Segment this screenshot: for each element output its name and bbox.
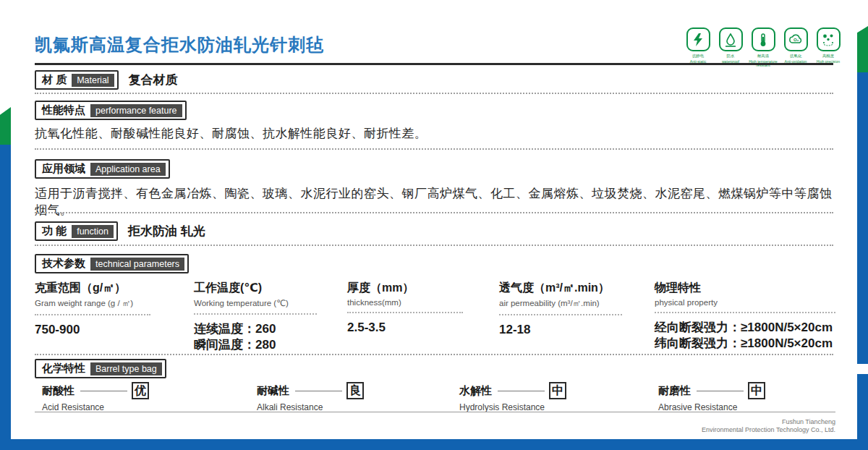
param-gram-weight: 克重范围（g/㎡） Gram weight range (g / ㎡) 750-… [35, 281, 169, 338]
section-divider-dotted [35, 93, 833, 94]
performance-text: 抗氧化性能、耐酸碱性能良好、耐腐蚀、抗水解性能良好、耐折性差。 [35, 125, 838, 142]
anti-oxidation-icon: O₂ [784, 27, 808, 51]
chem-connector-line [697, 391, 744, 391]
application-section: 应用领域 Application area [35, 159, 170, 179]
param-thickness: 厚度（mm） thickness(mm) 2.5-3.5 [347, 281, 474, 336]
material-header: 材 质 Material [35, 70, 119, 90]
param-en: thickness(mm) [347, 298, 474, 307]
feature-anti-static: 抗静电 Anti-static [686, 27, 710, 68]
section-divider-dotted [35, 212, 833, 213]
section-divider-dotted [35, 245, 833, 246]
param-value-line: 纬向断裂强力：≥1800N/5×20cm [655, 336, 846, 352]
param-dotted-rule [655, 312, 835, 313]
param-value-line: 瞬间温度：280 [194, 337, 331, 353]
param-zh: 透气度（m³/㎡.min） [499, 281, 640, 296]
chemical-section: 化学特性 Barrel type bag [35, 359, 166, 378]
material-header-zh: 材 质 [42, 73, 67, 87]
param-working-temperature: 工作温度(℃) Working temperature (℃) 连续温度：260… [194, 281, 331, 353]
function-value: 拒水防油 轧光 [128, 223, 205, 239]
left-edge-green-band [0, 107, 11, 146]
param-value-line: 经向断裂强力：≥1800N/5×20cm [655, 320, 846, 336]
chem-label-en: Alkali Resistance [257, 402, 364, 412]
param-en: Gram weight range (g / ㎡) [35, 298, 169, 309]
param-value: 2.5-3.5 [347, 320, 386, 334]
param-value: 750-900 [35, 323, 80, 336]
param-value-line: 连续温度：260 [194, 321, 331, 337]
param-dotted-rule [347, 312, 463, 313]
chem-alkali-resistance: 耐碱性 良 Alkali Resistance [257, 382, 364, 412]
footer-company-line2: Environmental Protection Technology Co.,… [702, 426, 835, 434]
section-divider-dotted [35, 148, 833, 150]
icon-label-zh: 耐高温 [757, 53, 769, 59]
feature-waterproof: 防水 waterproof [718, 27, 743, 68]
performance-header-zh: 性能特点 [42, 103, 85, 117]
chemical-header: 化学特性 Barrel type bag [35, 359, 166, 378]
right-edge-green-band [857, 26, 868, 74]
material-section: 材 质 Material 复合材质 [35, 70, 178, 90]
chem-connector-line [498, 391, 545, 391]
application-header-zh: 应用领域 [42, 162, 85, 176]
function-header: 功 能 function [35, 221, 118, 241]
chem-label-en: Abrasive Resistance [658, 402, 765, 412]
anti-static-icon [686, 27, 710, 51]
chem-grade-box: 中 [549, 382, 566, 399]
param-physical-property: 物理特性 physical property 经向断裂强力：≥1800N/5×2… [655, 281, 846, 352]
page-title: 凯氟斯高温复合拒水防油轧光针刺毡 [35, 33, 541, 56]
param-dotted-rule [194, 313, 317, 315]
footer-divider [35, 412, 835, 412]
technical-header: 技术参数 technical parameters [35, 254, 189, 273]
chem-grade-box: 良 [346, 382, 364, 399]
feature-anti-oxidation: O₂ 抗氧化 Anti-oxidation [783, 27, 808, 68]
chem-acid-resistance: 耐酸性 优 Acid Resistance [42, 382, 149, 412]
right-edge-blue-band-lower [857, 374, 868, 443]
function-header-zh: 功 能 [42, 224, 67, 238]
application-header-en: Application area [90, 163, 166, 176]
chem-connector-line [80, 391, 127, 391]
section-divider-dotted [35, 354, 833, 355]
feature-high-temperature: 耐高温 High temperature resistant [751, 27, 775, 68]
param-zh: 厚度（mm） [347, 281, 474, 296]
chem-grade-box: 中 [748, 382, 765, 399]
technical-header-zh: 技术参数 [42, 257, 85, 271]
function-header-en: function [72, 225, 114, 238]
performance-section: 性能特点 performance feature [35, 101, 187, 120]
chem-label-zh: 耐磨性 [658, 384, 691, 398]
chemical-header-zh: 化学特性 [42, 362, 85, 375]
chemical-header-en: Barrel type bag [90, 362, 162, 375]
chem-connector-line [295, 391, 342, 391]
high-precision-icon [817, 27, 841, 51]
application-text: 适用于沥青搅拌、有色金属冶炼、陶瓷、玻璃、水泥行业的窑头、钢厂高炉煤气、化工、金… [35, 185, 838, 218]
param-en: physical property [655, 298, 846, 307]
chem-abrasive-resistance: 耐磨性 中 Abrasive Resistance [658, 382, 765, 412]
chem-grade-box: 优 [132, 382, 149, 399]
param-dotted-rule [499, 314, 622, 315]
icon-label-zh: 防水 [727, 53, 735, 59]
datasheet-page: 凯氟斯高温复合拒水防油轧光针刺毡 抗静电 Anti-static 防水 wate… [0, 0, 868, 450]
icon-label-zh: 抗静电 [692, 53, 704, 59]
material-header-en: Material [72, 74, 114, 87]
application-header: 应用领域 Application area [35, 159, 170, 179]
function-section: 功 能 function 拒水防油 轧光 [35, 221, 205, 241]
chem-label-zh: 耐碱性 [257, 384, 289, 398]
chem-label-en: Acid Resistance [42, 402, 149, 412]
high-temperature-icon [752, 27, 775, 51]
param-dotted-rule [35, 314, 150, 315]
param-zh: 工作温度(℃) [194, 281, 331, 296]
param-en: Working temperature (℃) [194, 298, 331, 308]
icon-label-zh: 高精度 [822, 53, 834, 59]
bottom-blue-bar [0, 439, 868, 450]
param-air-permeability: 透气度（m³/㎡.min） air permeability (m³/㎡.min… [499, 281, 640, 338]
icon-label-zh: 抗氧化 [790, 53, 801, 59]
chem-label-zh: 耐酸性 [42, 384, 75, 398]
chem-label-zh: 水解性 [459, 384, 492, 398]
param-zh: 物理特性 [655, 281, 846, 296]
left-edge-blue-band [0, 145, 11, 443]
footer: Fushun Tiancheng Environmental Protectio… [702, 418, 835, 434]
technical-section: 技术参数 technical parameters [35, 254, 189, 273]
title-divider [35, 63, 833, 65]
param-value: 12-18 [499, 323, 530, 336]
material-value: 复合材质 [129, 72, 178, 88]
waterproof-icon [719, 27, 743, 51]
footer-company-line1: Fushun Tiancheng [702, 418, 835, 426]
performance-header-en: performance feature [90, 104, 182, 117]
